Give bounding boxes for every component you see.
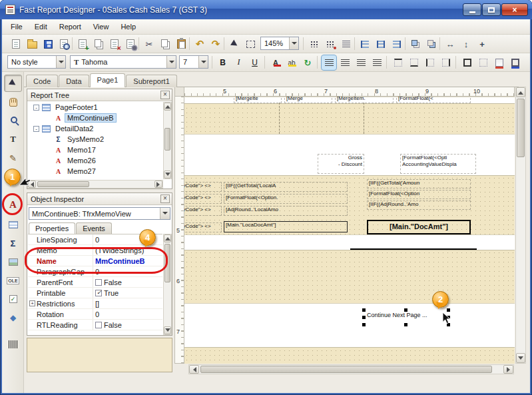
page-settings-icon[interactable] bbox=[123, 37, 138, 51]
font-combobox[interactable]: T Tahoma bbox=[70, 55, 176, 69]
center-object-icon[interactable] bbox=[475, 37, 489, 51]
paste-icon[interactable] bbox=[174, 37, 188, 51]
property-checkbox[interactable] bbox=[95, 322, 102, 328]
property-value-cell[interactable]: False bbox=[93, 277, 162, 287]
memo-object[interactable]: [FormatFloat(<Option. bbox=[224, 194, 348, 204]
align-to-grid-icon[interactable] bbox=[339, 37, 354, 51]
tree-item-label[interactable]: SysMemo2 bbox=[65, 135, 106, 143]
copy-icon[interactable] bbox=[158, 37, 172, 51]
align-text-left-icon[interactable] bbox=[322, 55, 336, 70]
tree-item-label[interactable]: Memo27 bbox=[65, 167, 98, 175]
memo-object[interactable]: Continue Next Page ... bbox=[366, 312, 447, 323]
scroll-right-button[interactable] bbox=[503, 365, 513, 374]
bring-to-front-icon[interactable] bbox=[408, 37, 423, 51]
memo-object[interactable]: Gross - Discount bbox=[318, 154, 364, 174]
open-report-icon[interactable] bbox=[25, 37, 39, 51]
scroll-left-button[interactable] bbox=[189, 365, 199, 374]
dropdown-arrow-icon[interactable] bbox=[56, 56, 65, 68]
memo-object[interactable]: [Main."LocaDocAmt"] bbox=[224, 221, 348, 232]
tree-expander-icon[interactable]: - bbox=[33, 126, 39, 132]
barcode-object-icon[interactable] bbox=[4, 336, 22, 353]
select-tool-icon[interactable] bbox=[4, 75, 22, 92]
new-report-icon[interactable] bbox=[9, 37, 23, 51]
align-text-center-icon[interactable] bbox=[338, 55, 352, 70]
new-page-icon[interactable] bbox=[75, 37, 90, 51]
page-tab[interactable]: Page1 bbox=[90, 73, 126, 87]
memo-object[interactable]: ncyCode"> <> bbox=[184, 206, 222, 216]
italic-button[interactable]: I bbox=[232, 55, 246, 69]
memo-object[interactable]: [FormatFloat(< bbox=[396, 97, 471, 103]
close-panel-icon[interactable] bbox=[160, 91, 170, 99]
style-combobox[interactable]: No style bbox=[7, 55, 66, 69]
checkbox-object-icon[interactable] bbox=[4, 290, 22, 308]
scroll-up-button[interactable] bbox=[164, 234, 171, 242]
font-size-combobox[interactable]: 7 bbox=[179, 55, 208, 69]
property-checkbox[interactable] bbox=[95, 290, 102, 296]
text-rotation-icon[interactable] bbox=[300, 55, 315, 70]
frame-none-icon[interactable] bbox=[476, 55, 491, 70]
property-value-cell[interactable]: 0 bbox=[93, 309, 162, 319]
menu-item[interactable]: File bbox=[5, 19, 29, 34]
memo-object[interactable]: [Merge bbox=[284, 97, 332, 103]
menu-item[interactable]: Report bbox=[53, 19, 87, 34]
property-checkbox[interactable] bbox=[95, 279, 102, 286]
frame-color-icon[interactable] bbox=[508, 55, 523, 70]
memo-object[interactable]: [MergeItem. bbox=[335, 97, 394, 103]
same-height-icon[interactable] bbox=[459, 37, 473, 51]
align-text-justify-icon[interactable] bbox=[370, 55, 384, 70]
scroll-down-button[interactable] bbox=[164, 326, 171, 334]
show-grid-icon[interactable] bbox=[307, 37, 322, 51]
scrollbar-thumb[interactable] bbox=[37, 181, 89, 187]
object-selector-combobox[interactable]: MmContinueB: TfrxMemoView bbox=[29, 207, 170, 220]
cut-icon[interactable] bbox=[142, 37, 156, 51]
save-report-icon[interactable] bbox=[41, 37, 55, 51]
align-right-edges-icon[interactable] bbox=[390, 37, 404, 51]
zoom-tool-icon[interactable] bbox=[4, 112, 22, 129]
tree-item-label[interactable]: DetailData2 bbox=[53, 125, 95, 133]
tree-expander-icon[interactable]: - bbox=[33, 105, 39, 111]
undo-icon[interactable] bbox=[192, 37, 207, 51]
frame-right-icon[interactable] bbox=[439, 55, 453, 70]
menu-item[interactable]: Edit bbox=[29, 19, 53, 34]
dropdown-arrow-icon[interactable] bbox=[289, 37, 298, 49]
memo-object[interactable]: [IIF((GetTotal('Amoun bbox=[367, 179, 471, 189]
memo-object[interactable]: [AdjRound..'LocalAmo bbox=[224, 206, 348, 216]
preview-icon[interactable] bbox=[57, 37, 71, 51]
dropdown-arrow-icon[interactable] bbox=[166, 56, 176, 68]
design-horizontal-scrollbar[interactable] bbox=[188, 364, 514, 374]
scrollbar-thumb[interactable] bbox=[200, 366, 492, 373]
property-value-cell[interactable]: [] bbox=[93, 298, 162, 308]
text-edit-tool-icon[interactable] bbox=[4, 131, 22, 148]
memo-object[interactable]: [IIF((AdjRound..'Amo bbox=[367, 200, 471, 210]
scroll-up-button[interactable] bbox=[164, 103, 171, 111]
property-row[interactable]: RTLReading False bbox=[28, 320, 162, 330]
close-button[interactable]: × bbox=[501, 3, 528, 16]
tree-item[interactable]: SysMemo2 bbox=[28, 134, 162, 145]
tree-horizontal-scrollbar[interactable] bbox=[27, 180, 163, 189]
memo-object[interactable]: [IIF((GetTotal('LocalA bbox=[224, 182, 348, 192]
scroll-down-button[interactable] bbox=[164, 171, 171, 179]
tree-item[interactable]: MmContinueB bbox=[28, 113, 162, 123]
design-vertical-scrollbar[interactable] bbox=[515, 87, 526, 364]
maximize-button[interactable] bbox=[482, 3, 501, 16]
snap-to-grid-icon[interactable] bbox=[323, 37, 338, 51]
page-tab[interactable]: Data bbox=[59, 75, 89, 87]
minimize-button[interactable] bbox=[463, 3, 481, 16]
bold-button[interactable]: B bbox=[216, 55, 230, 69]
object-inspector-header[interactable]: Object Inspector bbox=[27, 193, 172, 205]
tree-item-label[interactable]: MmContinueB bbox=[65, 114, 116, 122]
frame-bottom-icon[interactable] bbox=[407, 55, 421, 70]
redo-icon[interactable] bbox=[208, 37, 223, 51]
scroll-right-button[interactable] bbox=[154, 181, 162, 188]
align-centers-icon[interactable] bbox=[374, 37, 388, 51]
tree-vertical-scrollbar[interactable] bbox=[163, 102, 172, 179]
selection-handle[interactable] bbox=[362, 323, 366, 326]
tree-item-label[interactable]: Memo26 bbox=[65, 157, 98, 165]
memo-object[interactable]: [MergeIte bbox=[234, 97, 282, 103]
page-tab[interactable]: Subreport1 bbox=[126, 75, 176, 87]
frame-top-icon[interactable] bbox=[391, 55, 405, 70]
page-tab[interactable]: Code bbox=[26, 75, 58, 87]
property-row[interactable]: ParentFont False bbox=[28, 277, 162, 288]
system-text-object-icon[interactable] bbox=[4, 234, 22, 252]
hand-tool-icon[interactable] bbox=[4, 93, 22, 111]
